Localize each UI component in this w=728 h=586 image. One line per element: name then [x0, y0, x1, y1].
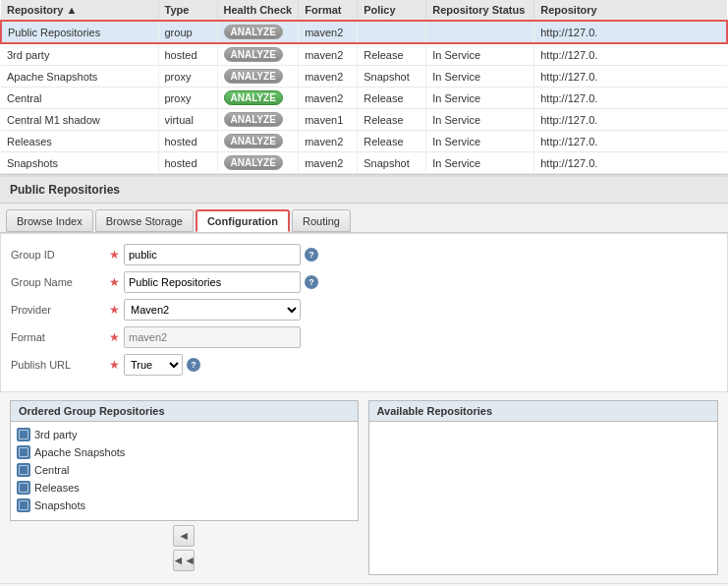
cell-format: maven2 — [299, 88, 358, 109]
cell-format: maven2 — [299, 131, 358, 152]
cell-url: http://127.0. — [534, 131, 727, 152]
col-header-policy[interactable]: Policy — [358, 0, 426, 21]
col-header-repository[interactable]: Repository ▲ — [1, 0, 158, 21]
group-id-label: Group ID — [11, 249, 109, 261]
repo-icon — [17, 481, 30, 495]
table-row[interactable]: Public Repositories group ANALYZE maven2… — [1, 21, 727, 43]
list-item-label: Releases — [34, 482, 80, 494]
required-star-1: ★ — [109, 248, 120, 262]
publish-url-row: Publish URL ★ True False ? — [11, 354, 717, 376]
list-item-label: Apache Snapshots — [34, 446, 125, 458]
required-star-4: ★ — [109, 330, 120, 344]
detail-title: Public Repositories — [0, 177, 728, 204]
analyze-button[interactable]: ANALYZE — [224, 134, 283, 148]
cell-status: In Service — [426, 88, 534, 109]
provider-label: Provider — [11, 304, 109, 316]
provider-select[interactable]: Maven2 — [124, 299, 301, 321]
cell-health: ANALYZE — [217, 109, 299, 131]
repo-icon — [17, 463, 30, 477]
group-id-help-icon[interactable]: ? — [305, 248, 318, 262]
list-item-label: 3rd party — [34, 429, 77, 440]
cell-name: Public Repositories — [1, 21, 158, 43]
table-row[interactable]: Snapshots hosted ANALYZE maven2 Snapshot… — [1, 152, 727, 174]
col-header-health[interactable]: Health Check — [217, 0, 299, 21]
cell-status: In Service — [426, 66, 534, 88]
repo-icon — [17, 445, 30, 459]
ordered-list-item[interactable]: Central — [11, 461, 358, 479]
cell-type: hosted — [158, 43, 217, 66]
format-label: Format — [11, 331, 109, 343]
table-row[interactable]: 3rd party hosted ANALYZE maven2 Release … — [1, 43, 727, 66]
analyze-button[interactable]: ANALYZE — [224, 155, 283, 170]
available-panel-title: Available Repositories — [369, 401, 718, 422]
table-row[interactable]: Central M1 shadow virtual ANALYZE maven1… — [1, 109, 727, 131]
cell-health: ANALYZE — [217, 66, 299, 88]
provider-row: Provider ★ Maven2 — [11, 299, 717, 321]
cell-url: http://127.0. — [534, 66, 727, 88]
cell-type: hosted — [158, 131, 217, 152]
repository-table: Repository ▲ Type Health Check Format Po… — [0, 0, 728, 174]
analyze-button[interactable]: ANALYZE — [224, 47, 283, 62]
tab-configuration[interactable]: Configuration — [196, 209, 290, 232]
analyze-button[interactable]: ANALYZE — [224, 112, 283, 127]
required-star-5: ★ — [109, 358, 120, 372]
col-header-format[interactable]: Format — [299, 0, 358, 21]
ordered-panel-title: Ordered Group Repositories — [11, 401, 358, 422]
ordered-list-item[interactable]: 3rd party — [11, 426, 358, 443]
cell-url: http://127.0. — [534, 21, 727, 43]
cell-policy: Release — [358, 43, 426, 66]
publish-url-select[interactable]: True False — [124, 354, 183, 376]
group-name-input[interactable] — [124, 271, 301, 293]
cell-name: Apache Snapshots — [1, 66, 158, 88]
tab-routing[interactable]: Routing — [292, 209, 351, 232]
col-header-type[interactable]: Type — [158, 0, 217, 21]
cell-url: http://127.0. — [534, 43, 727, 66]
col-header-url[interactable]: Repository — [534, 0, 727, 21]
tab-browse-storage[interactable]: Browse Storage — [95, 209, 194, 232]
table-row[interactable]: Central proxy ANALYZE maven2 Release In … — [1, 88, 727, 109]
repository-table-section: Repository ▲ Type Health Check Format Po… — [0, 0, 728, 175]
cell-policy: Release — [358, 131, 426, 152]
cell-format: maven2 — [299, 21, 358, 43]
ordered-list-item[interactable]: Releases — [11, 479, 358, 497]
group-name-row: Group Name ★ ? — [11, 271, 717, 293]
ordered-panel-list: 3rd partyApache SnapshotsCentralReleases… — [11, 422, 358, 520]
analyze-button[interactable]: ANALYZE — [224, 90, 283, 105]
repo-icon — [17, 428, 30, 441]
cell-policy: Release — [358, 88, 426, 109]
cell-health: ANALYZE — [217, 88, 299, 109]
cell-type: proxy — [158, 66, 217, 88]
panels-row: Ordered Group Repositories 3rd partyApac… — [0, 392, 728, 583]
move-left-button[interactable]: ◄ — [173, 525, 195, 547]
table-row[interactable]: Apache Snapshots proxy ANALYZE maven2 Sn… — [1, 66, 727, 88]
publish-url-label: Publish URL — [11, 359, 109, 371]
cell-status: In Service — [426, 152, 534, 174]
table-row[interactable]: Releases hosted ANALYZE maven2 Release I… — [1, 131, 727, 152]
analyze-button[interactable]: ANALYZE — [224, 69, 283, 84]
detail-section: Public Repositories Browse IndexBrowse S… — [0, 175, 728, 586]
arrow-buttons: ◄ ◄◄ — [10, 521, 359, 575]
cell-type: proxy — [158, 88, 217, 109]
cell-type: hosted — [158, 152, 217, 174]
cell-type: group — [158, 21, 217, 43]
cell-policy: Release — [358, 109, 426, 131]
tab-browse-index[interactable]: Browse Index — [6, 209, 93, 232]
cell-health: ANALYZE — [217, 131, 299, 152]
ordered-panel: Ordered Group Repositories 3rd partyApac… — [10, 400, 359, 521]
cell-health: ANALYZE — [217, 43, 299, 66]
cell-format: maven2 — [299, 152, 358, 174]
format-input — [124, 326, 301, 348]
ordered-list-item[interactable]: Apache Snapshots — [11, 443, 358, 461]
publish-url-help-icon[interactable]: ? — [187, 358, 200, 372]
cell-status — [426, 21, 534, 43]
ordered-list-item[interactable]: Snapshots — [11, 497, 358, 514]
required-star-2: ★ — [109, 275, 120, 289]
configuration-form: Group ID ★ ? Group Name ★ ? Provider ★ M… — [0, 233, 728, 392]
move-left-all-button[interactable]: ◄◄ — [173, 550, 195, 571]
analyze-button[interactable]: ANALYZE — [224, 25, 283, 39]
col-header-status[interactable]: Repository Status — [426, 0, 534, 21]
group-name-help-icon[interactable]: ? — [305, 275, 318, 289]
cell-format: maven1 — [299, 109, 358, 131]
list-item-label: Snapshots — [34, 499, 85, 511]
group-id-input[interactable] — [124, 244, 301, 265]
